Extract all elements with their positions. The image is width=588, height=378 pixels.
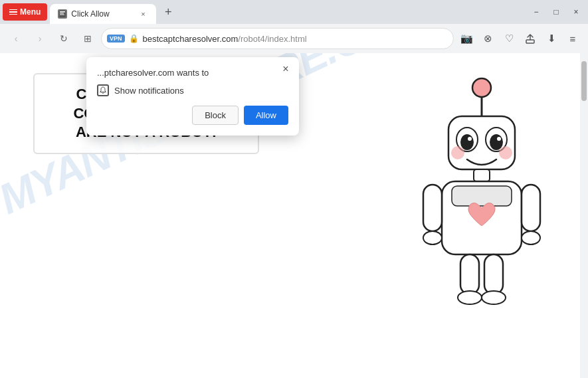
svg-point-12: [490, 134, 503, 150]
maximize-button[interactable]: □: [547, 3, 565, 21]
toolbar-actions: 📷 ⊗ ♡ ⬇ ≡: [456, 29, 583, 48]
scrollbar[interactable]: [580, 53, 588, 378]
address-domain: bestcaptcharesolver.com: [143, 34, 239, 44]
svg-rect-4: [526, 40, 534, 43]
tab-title: Click Allow: [71, 9, 134, 19]
svg-point-6: [472, 78, 491, 97]
shield-icon-button[interactable]: ⊗: [478, 29, 498, 48]
forward-button[interactable]: ›: [29, 28, 50, 49]
svg-point-10: [468, 137, 472, 141]
address-path: /robot4/index.html: [238, 34, 306, 44]
svg-rect-16: [474, 169, 490, 181]
browser-menu-button[interactable]: ≡: [563, 29, 583, 48]
svg-point-25: [458, 291, 482, 304]
svg-rect-23: [460, 254, 479, 294]
share-icon: [525, 33, 536, 44]
camera-icon-button[interactable]: 📷: [456, 29, 476, 48]
window-controls: − □ ×: [527, 3, 585, 21]
new-tab-button[interactable]: +: [159, 3, 177, 21]
address-bar[interactable]: VPN 🔒 bestcaptcharesolver.com/robot4/ind…: [101, 28, 454, 49]
svg-rect-1: [60, 11, 65, 13]
scrollbar-thumb[interactable]: [581, 61, 587, 101]
allow-button[interactable]: Allow: [244, 106, 288, 125]
bell-icon: [99, 86, 107, 94]
page-icon: [59, 11, 66, 17]
svg-rect-2: [60, 13, 64, 14]
notification-popup: × ...ptcharesolver.com wants to Show not…: [86, 57, 299, 136]
svg-point-20: [423, 231, 442, 244]
svg-point-9: [460, 134, 474, 150]
active-tab[interactable]: Click Allow ×: [50, 4, 156, 24]
close-button[interactable]: ×: [567, 3, 585, 21]
menu-button[interactable]: Click Allow Menu: [3, 3, 47, 21]
refresh-button[interactable]: ↻: [53, 28, 74, 49]
popup-buttons: Block Allow: [97, 106, 288, 125]
apps-button[interactable]: ⊞: [77, 28, 98, 49]
svg-rect-19: [423, 185, 442, 231]
menu-icon: [9, 9, 17, 15]
svg-point-14: [451, 146, 464, 159]
svg-rect-3: [60, 15, 64, 15]
notification-icon: [97, 84, 109, 96]
tab-close-button[interactable]: ×: [138, 9, 148, 19]
share-icon-button[interactable]: [520, 29, 540, 48]
lock-icon: 🔒: [129, 34, 139, 43]
toolbar: ‹ › ↻ ⊞ VPN 🔒 bestcaptcharesolver.com/ro…: [0, 24, 588, 53]
svg-point-26: [482, 291, 506, 304]
download-icon-button[interactable]: ⬇: [541, 29, 561, 48]
back-button[interactable]: ‹: [5, 28, 27, 49]
svg-point-13: [497, 137, 501, 141]
browser-frame: Click Allow Menu Click Allow × + − □ ×: [0, 0, 588, 378]
favorite-icon-button[interactable]: ♡: [499, 29, 519, 48]
minimize-button[interactable]: −: [527, 3, 545, 21]
tab-bar: Click Allow Menu Click Allow × + − □ ×: [0, 0, 588, 24]
tab-favicon: [58, 9, 67, 19]
main-content: MYANTISPYWARE.COM CLICK "ALLOW" TO CONFI…: [0, 53, 588, 378]
popup-close-button[interactable]: ×: [279, 62, 292, 76]
robot-illustration: [389, 73, 575, 326]
page-background: MYANTISPYWARE.COM CLICK "ALLOW" TO CONFI…: [0, 53, 588, 378]
robot-svg: [389, 73, 575, 326]
popup-title: ...ptcharesolver.com wants to: [97, 68, 288, 78]
svg-rect-18: [452, 186, 512, 206]
vpn-badge: VPN: [107, 35, 125, 43]
popup-row: Show notifications: [97, 84, 288, 96]
address-text: bestcaptcharesolver.com/robot4/index.htm…: [143, 34, 448, 44]
svg-point-22: [522, 231, 540, 244]
svg-rect-24: [484, 254, 503, 294]
svg-rect-21: [522, 185, 540, 231]
block-button[interactable]: Block: [192, 106, 239, 125]
svg-point-15: [499, 146, 512, 159]
popup-notification-text: Show notifications: [114, 86, 184, 96]
